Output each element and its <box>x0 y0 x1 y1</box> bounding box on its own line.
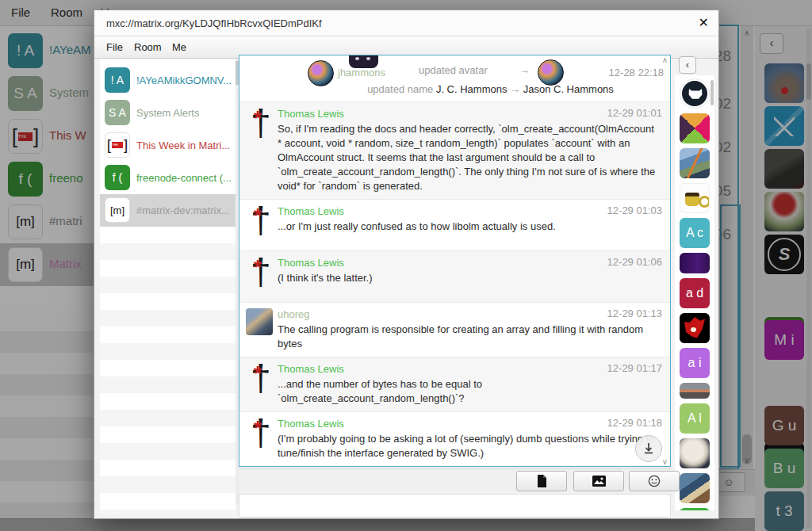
member-avatar-glider-photo[interactable] <box>680 148 710 178</box>
member-avatar-puppy-photo[interactable] <box>680 438 710 468</box>
message-row: †* Thomas Lewis12-29 01:18 (I'm probably… <box>239 411 670 466</box>
member-avatar-ac[interactable]: A c <box>680 218 710 248</box>
message-row: †* Thomas Lewis12-29 01:03 ...or I'm jus… <box>239 199 670 250</box>
thomas-lewis-avatar: †* <box>246 255 273 296</box>
message-row: †* Thomas Lewis12-29 01:01 So, if I'm re… <box>239 101 670 199</box>
state-message-row: jhammons updated avatar → 12-28 22:18 up… <box>239 55 670 101</box>
dialog-titlebar[interactable]: mxc://matrix.org/KyLDJQfIHbRcvxQIEDmPdIK… <box>94 10 718 36</box>
state-action-label: updated name <box>367 83 433 95</box>
attach-file-button[interactable] <box>516 471 567 491</box>
room-avatar: ! A <box>105 67 130 93</box>
message-time: 12-29 01:03 <box>607 204 662 216</box>
member-avatar-al[interactable]: A l <box>680 403 710 434</box>
sender-name: Thomas Lewis <box>278 205 344 217</box>
room-avatar: S A <box>105 100 130 125</box>
room-item[interactable]: [THE WEEK] This Week in Matri... <box>100 129 236 162</box>
smiley-icon <box>648 475 661 487</box>
state-action: updated avatar <box>419 64 488 76</box>
attach-image-button[interactable] <box>573 471 624 491</box>
menu-file[interactable]: File <box>106 41 123 53</box>
room-item[interactable]: ! A !AYeAMikkGOMNV... <box>100 64 236 97</box>
thomas-lewis-avatar: †* <box>246 204 273 245</box>
room-item[interactable]: f ( freenode-connect (... <box>100 162 236 194</box>
room-avatar: f ( <box>105 165 130 190</box>
room-label: System Alerts <box>136 107 199 119</box>
sender-name: jhammons <box>338 67 385 78</box>
screen: File Room Me ! A !AYeAM S A System [THE … <box>0 0 812 531</box>
jump-to-bottom-icon <box>642 442 655 455</box>
member-avatar-coffee-mug[interactable] <box>680 183 710 213</box>
message-time: 12-29 01:13 <box>607 308 662 319</box>
room-label: !AYeAMikkGOMNV... <box>136 74 232 86</box>
message-row: uhoreg12-29 01:23 <box>239 466 670 467</box>
jump-to-bottom-button[interactable] <box>635 435 662 462</box>
member-avatar-ad[interactable]: a d <box>680 278 710 308</box>
member-avatar-diamonds[interactable] <box>680 113 710 143</box>
sender-name: Thomas Lewis <box>278 418 344 430</box>
message-time: 12-29 01:17 <box>607 362 662 374</box>
chevron-left-icon: ‹ <box>686 59 689 71</box>
sender-name: Thomas Lewis <box>278 257 344 269</box>
message-text: (I'm probably going to be asking a lot o… <box>278 432 664 460</box>
image-viewer-dialog: mxc://matrix.org/KyLDJQfIHbRcvxQIEDmPdIK… <box>94 10 719 519</box>
room-label: This Week in Matri... <box>136 139 230 151</box>
bracket: [ <box>107 136 111 154</box>
member-avatar-am[interactable]: a m <box>680 508 710 510</box>
menu-me[interactable]: Me <box>172 41 186 53</box>
message-text: So, if I'm reading the docs and header c… <box>278 122 664 193</box>
message-text: (I think it's the latter.) <box>278 271 664 285</box>
image-icon <box>592 476 606 487</box>
bracket: ] <box>124 136 128 154</box>
message-row: †* Thomas Lewis12-29 01:06 (I think it's… <box>239 250 670 302</box>
message-row: uhoreg12-29 01:13 The calling program is… <box>239 302 670 357</box>
message-time: 12-29 01:06 <box>607 256 662 268</box>
member-avatar-github[interactable] <box>680 78 710 109</box>
message-time: 12-28 22:18 <box>609 67 664 78</box>
sender-name: Thomas Lewis <box>278 363 344 375</box>
arrow-right-icon: → <box>519 64 530 76</box>
room-item[interactable]: S A System Alerts <box>100 97 236 129</box>
sender-name: Thomas Lewis <box>278 108 344 120</box>
member-avatar-demon[interactable] <box>680 313 710 343</box>
message-text: ...or I'm just really confused as to how… <box>278 220 664 234</box>
room-label: #matrix-dev:matrix... <box>136 204 230 216</box>
room-item-selected[interactable]: [m] #matrix-dev:matrix... <box>100 194 236 227</box>
arrow-right-icon: → <box>510 83 520 95</box>
menu-room[interactable]: Room <box>134 41 162 53</box>
room-list: ! A !AYeAMikkGOMNV... S A System Alerts … <box>100 59 236 514</box>
scroll-up-arrow-icon[interactable]: ∧ <box>662 55 668 64</box>
member-avatar-sunset-photo[interactable] <box>680 383 710 399</box>
old-name: J. C. Hammons <box>436 83 508 95</box>
collapse-member-list-button[interactable]: ‹ <box>679 56 696 74</box>
scroll-down-arrow-icon[interactable]: ∨ <box>662 457 668 466</box>
dialog-title: mxc://matrix.org/KyLDJQfIHbRcvxQIEDmPdIK… <box>106 17 322 29</box>
composer-bar <box>239 468 671 492</box>
sender-name: uhoreg <box>278 308 309 320</box>
message-text: ...and the number of bytes has to be equ… <box>278 377 664 406</box>
jhammons-new-avatar <box>538 59 564 86</box>
room-avatar-matrix: [m] <box>105 197 130 223</box>
message-time: 12-29 01:18 <box>607 417 662 429</box>
message-text: The calling program is responsible for c… <box>278 323 664 351</box>
member-avatar-purple-banner[interactable] <box>680 253 710 273</box>
room-list-empty-rows <box>100 227 236 514</box>
uhoreg-avatar <box>246 308 273 335</box>
state-action-2: updated name J. C. Hammons → Jason C. Ha… <box>311 83 670 95</box>
the-week-badge: THE WEEK <box>112 142 123 148</box>
member-list-scrollbar-thumb[interactable] <box>710 80 714 105</box>
new-name: Jason C. Hammons <box>523 83 614 95</box>
thomas-lewis-avatar: †* <box>246 416 273 457</box>
close-icon[interactable]: ✕ <box>699 15 709 30</box>
message-input[interactable] <box>239 494 671 518</box>
message-row: †* Thomas Lewis12-29 01:17 ...and the nu… <box>239 357 670 411</box>
emoji-button[interactable] <box>629 471 680 491</box>
member-avatar-scream-photo[interactable] <box>680 473 710 503</box>
message-time: 12-29 01:01 <box>607 107 662 119</box>
thomas-lewis-avatar: †* <box>246 361 273 403</box>
file-icon <box>536 475 547 487</box>
member-avatar-ai[interactable]: a i <box>680 348 710 378</box>
room-label: freenode-connect (... <box>136 172 232 184</box>
thomas-lewis-avatar: †* <box>246 106 273 147</box>
chat-area[interactable]: jhammons updated avatar → 12-28 22:18 up… <box>239 55 671 467</box>
member-list: A c a d a i A l a m <box>675 75 714 510</box>
